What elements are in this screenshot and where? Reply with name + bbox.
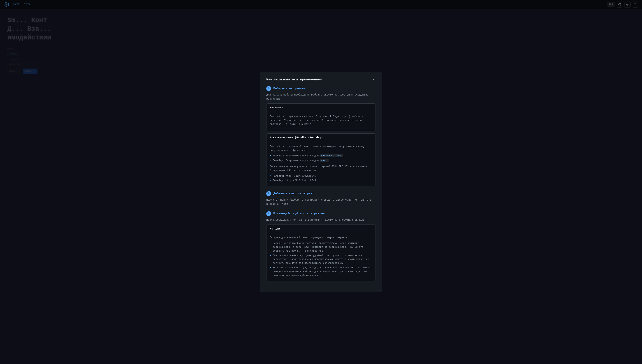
local-bullets: Hardhat: Запустите ноду командой npx har… xyxy=(270,154,372,162)
step-3-header: 3 Взаимодействуйте с контрактом xyxy=(266,211,376,216)
methods-bullet-1: Для каждого метода доступен удобный конс… xyxy=(270,254,372,265)
step-2-header: 2 Добавьте смарт-контракт xyxy=(266,191,376,196)
methods-bullet-0: Методы контракта будут доступны автомати… xyxy=(270,242,372,253)
modal-title: Как пользоваться приложением xyxy=(266,78,322,81)
step-1: 1 Выберите окружение Для начала работы н… xyxy=(266,86,376,186)
hardhat-url: Hardhat: http://127.0.0.1:8545 xyxy=(270,174,372,178)
metamask-desc: Для работы с публичными сетями (Ethereum… xyxy=(270,115,372,126)
step-1-number: 1 xyxy=(266,86,271,91)
methods-title: Методы xyxy=(270,227,372,230)
local-desc: Для работы с локальной сетью сначала нео… xyxy=(270,145,372,152)
local-bullet-0: Hardhat: Запустите ноду командой npx har… xyxy=(270,154,372,158)
step-2-number: 2 xyxy=(266,191,271,196)
step-1-desc: Для начала работы необходимо выбрать окр… xyxy=(266,93,376,101)
step-3: 3 Взаимодействуйте с контрактом После до… xyxy=(266,211,376,281)
subsection-local: Локальные сети (Hardhat/Foundry) Для раб… xyxy=(266,134,376,186)
methods-bullets: Методы контракта будут доступны автомати… xyxy=(270,242,372,277)
modal-overlay[interactable]: Как пользоваться приложением × 1 Выберит… xyxy=(0,0,642,364)
methods-bullet-2: Если вы знаете сигнатуру метода, но у ва… xyxy=(270,266,372,277)
step-2-title: Добавьте смарт-контракт xyxy=(273,192,314,195)
methods-divider xyxy=(270,233,372,233)
step-3-number: 3 xyxy=(266,211,271,216)
step-3-desc: После добавления контракта вам станут до… xyxy=(266,218,376,222)
step-2: 2 Добавьте смарт-контракт Нажмите кнопку… xyxy=(266,191,376,206)
local-title: Локальные сети (Hardhat/Foundry) xyxy=(270,136,372,139)
step-2-desc: Нажмите кнопку "Добавить контракт" и вве… xyxy=(266,198,376,206)
foundry-url: Foundry: http://127.0.0.1:8545 xyxy=(270,179,372,182)
subsection-metamask: Metamask Для работы с публичными сетями … xyxy=(266,104,376,131)
modal-close-button[interactable]: × xyxy=(371,77,376,82)
methods-desc: Вкладка для взаимодействия с функциями с… xyxy=(270,236,372,240)
subsection-methods: Методы Вкладка для взаимодействия с функ… xyxy=(266,224,376,281)
modal-header: Как пользоваться приложением × xyxy=(266,77,376,82)
metamask-title: Metamask xyxy=(270,106,372,109)
local-bullet-1: Foundry: Запустите ноду командой anvil xyxy=(270,159,372,162)
local-after-bullets: Hardhat: http://127.0.0.1:8545 Foundry: … xyxy=(270,174,372,183)
local-after-desc: После запуска ноды укажите соответствующ… xyxy=(270,165,372,172)
step-3-title: Взаимодействуйте с контрактом xyxy=(273,212,325,215)
step-1-header: 1 Выберите окружение xyxy=(266,86,376,91)
help-modal: Как пользоваться приложением × 1 Выберит… xyxy=(260,72,382,292)
step-1-title: Выберите окружение xyxy=(273,87,305,90)
